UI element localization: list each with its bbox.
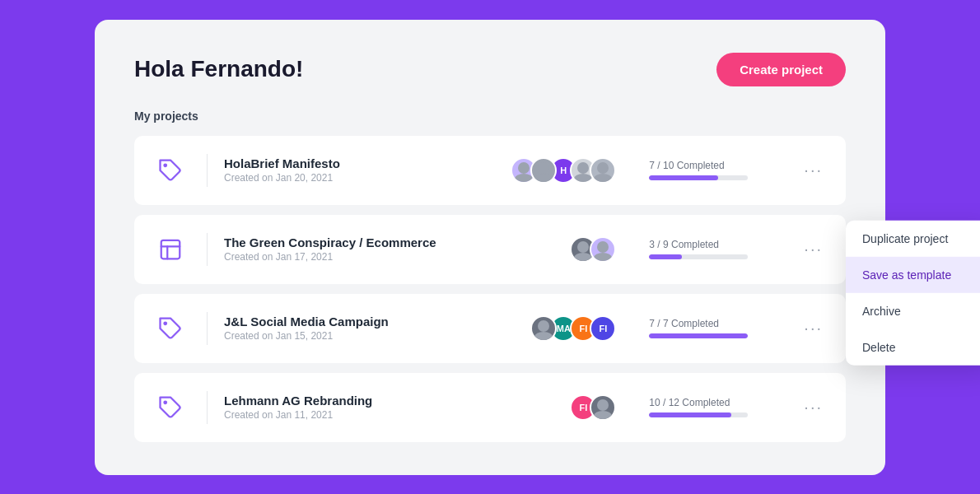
table-row: J&L Social Media Campaign Created on Jan…	[134, 294, 846, 363]
more-options-button[interactable]: ···	[797, 157, 829, 183]
project-icon-tag	[151, 309, 190, 348]
section-title: My projects	[134, 110, 846, 123]
project-icon-tag	[151, 388, 190, 427]
progress-section: 7 / 10 Completed	[649, 160, 781, 180]
menu-item-delete[interactable]: Delete	[846, 329, 980, 365]
project-info: J&L Social Media Campaign Created on Jan…	[224, 315, 530, 342]
avatar-group: MA FI FI	[530, 315, 616, 342]
avatar	[590, 236, 616, 263]
progress-bar	[649, 175, 748, 180]
avatar	[530, 157, 557, 184]
progress-bar	[649, 333, 748, 338]
progress-fill	[649, 333, 748, 338]
avatar-group: H	[511, 157, 616, 184]
divider	[207, 312, 208, 345]
avatar	[590, 157, 616, 184]
context-menu: Duplicate project Save as template Archi…	[846, 220, 980, 365]
avatar-group	[570, 236, 616, 263]
svg-point-0	[165, 164, 167, 166]
page-header: Hola Fernando! Create project	[134, 53, 846, 86]
project-icon-tag	[151, 151, 190, 190]
project-icon-layout	[151, 230, 190, 269]
svg-point-4	[165, 322, 167, 324]
more-options-button[interactable]: ···	[797, 236, 829, 262]
progress-bar	[649, 412, 748, 417]
project-date: Created on Jan 17, 2021	[224, 251, 570, 263]
progress-section: 3 / 9 Completed	[649, 239, 781, 259]
project-list: HolaBrief Manifesto Created on Jan 20, 2…	[134, 136, 846, 442]
progress-fill	[649, 254, 682, 259]
main-card: Hola Fernando! Create project My project…	[95, 20, 885, 475]
project-info: Lehmann AG Rebranding Created on Jan 11,…	[224, 394, 570, 421]
project-date: Created on Jan 15, 2021	[224, 330, 530, 342]
project-info: HolaBrief Manifesto Created on Jan 20, 2…	[224, 156, 511, 184]
project-date: Created on Jan 11, 2021	[224, 409, 570, 421]
project-name: Lehmann AG Rebranding	[224, 394, 570, 408]
project-name: HolaBrief Manifesto	[224, 156, 511, 170]
progress-label: 7 / 7 Completed	[649, 318, 781, 329]
avatar: FI	[590, 315, 616, 342]
project-name: The Green Conspiracy / Ecommerce	[224, 235, 570, 249]
project-date: Created on Jan 20, 2021	[224, 172, 511, 184]
more-options-button[interactable]: ···	[797, 394, 829, 420]
menu-item-save-template[interactable]: Save as template	[846, 256, 980, 292]
progress-section: 10 / 12 Completed	[649, 397, 781, 417]
progress-label: 7 / 10 Completed	[649, 160, 781, 171]
progress-fill	[649, 175, 718, 180]
progress-label: 3 / 9 Completed	[649, 239, 781, 250]
project-info: The Green Conspiracy / Ecommerce Created…	[224, 235, 570, 263]
avatar	[590, 394, 616, 421]
table-row: HolaBrief Manifesto Created on Jan 20, 2…	[134, 136, 846, 205]
divider	[207, 154, 208, 187]
progress-fill	[649, 412, 731, 417]
divider	[207, 391, 208, 424]
progress-bar	[649, 254, 748, 259]
greeting-text: Hola Fernando!	[134, 56, 303, 82]
more-options-button[interactable]: ···	[797, 315, 829, 341]
progress-label: 10 / 12 Completed	[649, 397, 781, 408]
menu-item-archive[interactable]: Archive	[846, 292, 980, 329]
svg-rect-1	[161, 240, 180, 259]
avatar-group: FI	[570, 394, 616, 421]
create-project-button[interactable]: Create project	[716, 53, 846, 86]
menu-item-duplicate[interactable]: Duplicate project	[846, 220, 980, 256]
progress-section: 7 / 7 Completed	[649, 318, 781, 338]
table-row: The Green Conspiracy / Ecommerce Created…	[134, 215, 846, 284]
divider	[207, 233, 208, 266]
svg-point-5	[165, 401, 167, 403]
table-row: Lehmann AG Rebranding Created on Jan 11,…	[134, 373, 846, 442]
project-name: J&L Social Media Campaign	[224, 315, 530, 329]
avatar	[530, 315, 557, 342]
